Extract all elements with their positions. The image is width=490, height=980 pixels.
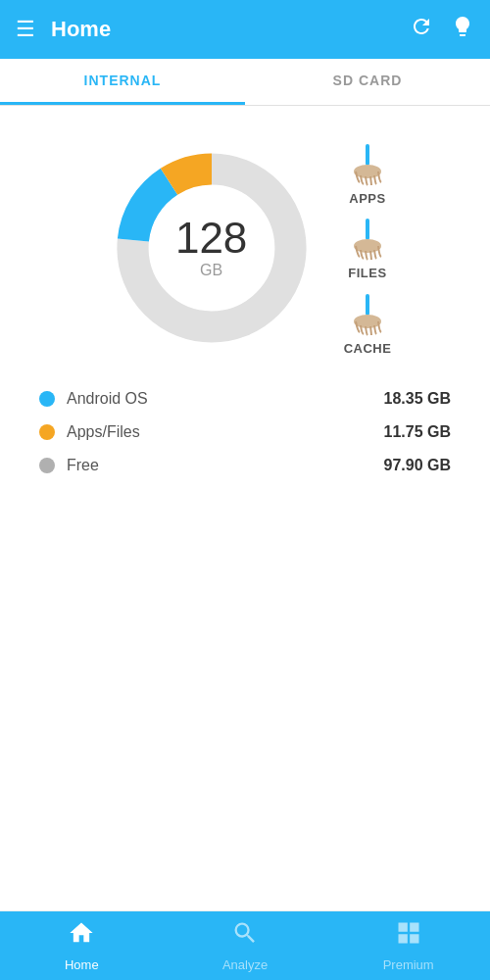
header-title: Home xyxy=(51,17,410,42)
nav-analyze[interactable]: Analyze xyxy=(164,919,327,972)
main-content: 128 GB xyxy=(0,106,490,910)
donut-unit: GB xyxy=(175,262,247,279)
legend-value-apps: 11.75 GB xyxy=(384,423,451,441)
home-icon xyxy=(68,919,95,954)
apps-label: APPS xyxy=(349,191,385,206)
bottom-nav: Home Analyze Premium xyxy=(0,911,490,980)
donut-value: 128 xyxy=(175,217,247,260)
header: ☰ Home xyxy=(0,0,490,59)
legend-label-apps: Apps/Files xyxy=(67,423,372,441)
svg-point-1 xyxy=(354,165,381,178)
svg-rect-4 xyxy=(366,294,369,316)
legend-item-android: Android OS 18.35 GB xyxy=(39,390,451,408)
files-button[interactable]: FILES xyxy=(344,215,391,280)
broom-apps-icon xyxy=(344,140,391,187)
legend-value-android: 18.35 GB xyxy=(384,390,451,408)
menu-icon[interactable]: ☰ xyxy=(16,19,35,40)
legend: Android OS 18.35 GB Apps/Files 11.75 GB … xyxy=(0,380,490,484)
nav-premium[interactable]: Premium xyxy=(326,919,490,972)
svg-rect-0 xyxy=(366,144,369,166)
side-buttons: APPS FILES xyxy=(344,135,392,361)
legend-label-android: Android OS xyxy=(67,390,372,408)
legend-dot-free xyxy=(39,458,55,473)
tabs: INTERNAL SD CARD xyxy=(0,59,490,106)
donut-chart: 128 GB xyxy=(99,135,324,361)
legend-dot-apps xyxy=(39,424,55,440)
chart-area: 128 GB xyxy=(0,125,490,370)
files-label: FILES xyxy=(348,266,386,280)
premium-icon xyxy=(395,919,422,954)
analyze-icon xyxy=(231,919,259,954)
nav-premium-label: Premium xyxy=(383,957,434,972)
svg-rect-2 xyxy=(366,219,369,240)
nav-home[interactable]: Home xyxy=(0,919,164,972)
refresh-icon[interactable] xyxy=(410,15,433,44)
svg-point-3 xyxy=(354,239,381,253)
broom-files-icon xyxy=(344,215,391,262)
legend-label-free: Free xyxy=(67,457,372,474)
tab-sdcard[interactable]: SD CARD xyxy=(245,59,490,105)
cache-label: CACHE xyxy=(344,341,392,356)
svg-point-5 xyxy=(354,315,381,328)
lightbulb-icon[interactable] xyxy=(451,15,474,44)
donut-center: 128 GB xyxy=(175,217,247,279)
nav-analyze-label: Analyze xyxy=(222,957,268,972)
header-icons xyxy=(410,15,474,44)
cache-button[interactable]: CACHE xyxy=(344,290,392,356)
legend-dot-android xyxy=(39,391,55,407)
broom-cache-icon xyxy=(344,290,391,337)
tab-internal[interactable]: INTERNAL xyxy=(0,59,245,105)
apps-button[interactable]: APPS xyxy=(344,140,391,206)
legend-item-apps: Apps/Files 11.75 GB xyxy=(39,423,451,441)
nav-home-label: Home xyxy=(65,957,99,972)
legend-value-free: 97.90 GB xyxy=(384,457,451,474)
legend-item-free: Free 97.90 GB xyxy=(39,457,451,474)
